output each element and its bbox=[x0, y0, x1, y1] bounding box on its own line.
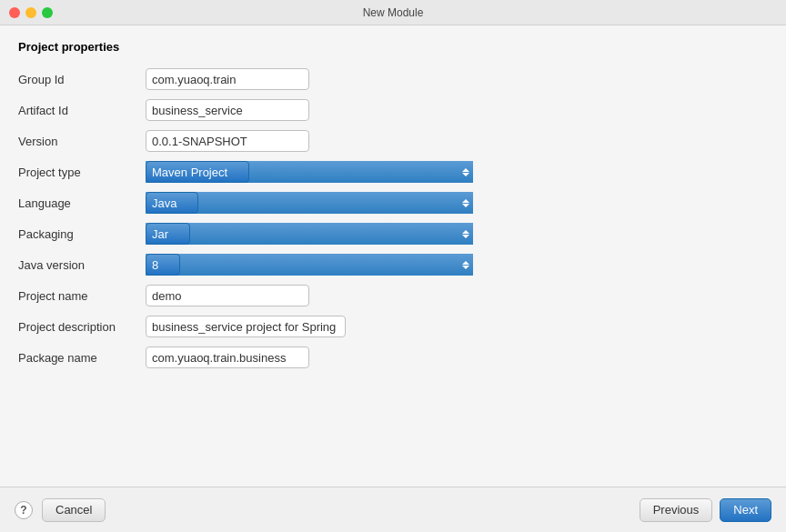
project-type-label: Project type bbox=[18, 166, 146, 179]
packaging-label: Packaging bbox=[18, 227, 146, 241]
project-name-input[interactable] bbox=[146, 285, 309, 306]
version-input[interactable] bbox=[146, 130, 309, 152]
project-name-label: Project name bbox=[18, 289, 146, 303]
artifact-id-input[interactable] bbox=[146, 99, 309, 121]
help-button[interactable]: ? bbox=[15, 501, 33, 519]
language-wrapper[interactable]: Java bbox=[146, 192, 473, 214]
package-name-input[interactable] bbox=[146, 346, 309, 368]
java-version-wrapper[interactable]: 8 bbox=[146, 254, 473, 276]
next-button[interactable]: Next bbox=[720, 498, 771, 522]
section-title: Project properties bbox=[18, 40, 768, 54]
java-version-label: Java version bbox=[18, 258, 146, 272]
footer-left: ? Cancel bbox=[15, 498, 106, 522]
main-content: Project properties Group Id Artifact Id … bbox=[0, 25, 786, 487]
packaging-wrapper[interactable]: Jar bbox=[146, 223, 473, 245]
group-id-input[interactable] bbox=[146, 68, 309, 90]
maximize-button[interactable] bbox=[42, 7, 53, 18]
group-id-label: Group Id bbox=[18, 73, 146, 86]
packaging-select[interactable]: Jar bbox=[146, 223, 190, 245]
window-controls[interactable] bbox=[9, 7, 53, 18]
footer: ? Cancel Previous Next bbox=[0, 487, 786, 532]
title-bar: New Module bbox=[0, 0, 786, 25]
project-description-label: Project description bbox=[18, 320, 146, 334]
project-properties-form: Group Id Artifact Id Version Project typ… bbox=[18, 68, 473, 368]
project-type-wrapper[interactable]: Maven Project bbox=[146, 161, 473, 183]
close-button[interactable] bbox=[9, 7, 20, 18]
footer-right: Previous Next bbox=[640, 498, 771, 522]
project-description-input[interactable] bbox=[146, 316, 346, 337]
project-type-select[interactable]: Maven Project bbox=[146, 161, 249, 183]
artifact-id-label: Artifact Id bbox=[18, 104, 146, 117]
minimize-button[interactable] bbox=[25, 7, 36, 18]
previous-button[interactable]: Previous bbox=[640, 498, 713, 522]
language-label: Language bbox=[18, 196, 146, 210]
window-title: New Module bbox=[363, 6, 424, 19]
language-select[interactable]: Java bbox=[146, 192, 198, 214]
java-version-select[interactable]: 8 bbox=[146, 254, 180, 276]
package-name-label: Package name bbox=[18, 351, 146, 365]
version-label: Version bbox=[18, 135, 146, 148]
cancel-button[interactable]: Cancel bbox=[42, 498, 106, 522]
